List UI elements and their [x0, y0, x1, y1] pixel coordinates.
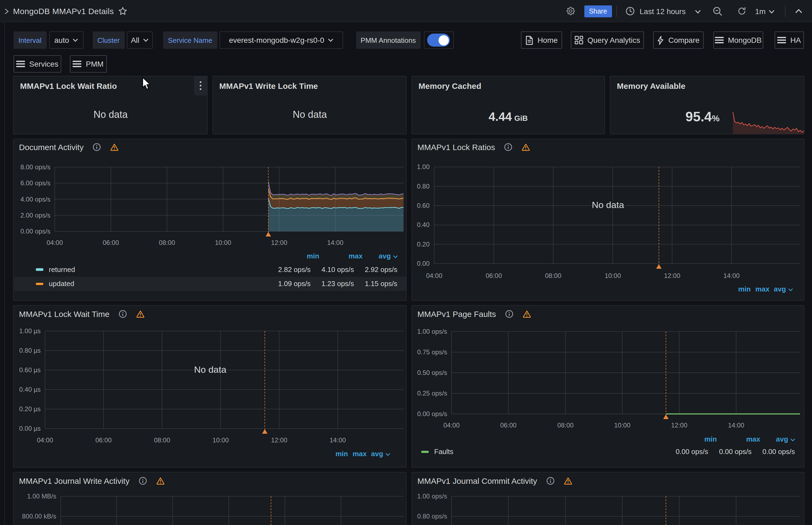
svg-text:0.60 µs: 0.60 µs	[19, 366, 41, 374]
svg-text:14:00: 14:00	[327, 239, 343, 246]
svg-text:10:00: 10:00	[605, 272, 621, 279]
svg-text:04:00: 04:00	[47, 239, 63, 246]
svg-text:12:00: 12:00	[271, 436, 287, 444]
svg-text:800.00 kB/s: 800.00 kB/s	[22, 512, 56, 520]
svg-text:6.00 ops/s: 6.00 ops/s	[20, 179, 50, 186]
svg-text:12:00: 12:00	[271, 239, 287, 246]
svg-text:08:00: 08:00	[545, 272, 561, 279]
svg-text:14:00: 14:00	[723, 272, 740, 279]
svg-text:0.80: 0.80	[417, 182, 430, 190]
svg-text:0.00 ops/s: 0.00 ops/s	[417, 410, 447, 418]
svg-text:8.00 ops/s: 8.00 ops/s	[20, 163, 50, 170]
svg-text:0.40 µs: 0.40 µs	[19, 386, 41, 393]
svg-text:0.25 ops/s: 0.25 ops/s	[417, 390, 447, 397]
svg-text:10:00: 10:00	[614, 421, 631, 429]
svg-text:14:00: 14:00	[728, 421, 744, 429]
svg-text:0.60: 0.60	[417, 201, 430, 209]
svg-text:12:00: 12:00	[664, 272, 680, 279]
svg-text:10:00: 10:00	[215, 239, 231, 246]
svg-text:1.00 ops/s: 1.00 ops/s	[417, 493, 447, 500]
svg-text:14:00: 14:00	[329, 436, 346, 444]
svg-text:0.75 ops/s: 0.75 ops/s	[417, 348, 447, 356]
svg-text:1.00 ops/s: 1.00 ops/s	[417, 328, 447, 335]
svg-text:06:00: 06:00	[95, 436, 112, 444]
svg-text:1.00: 1.00	[417, 163, 430, 170]
svg-text:06:00: 06:00	[486, 272, 502, 279]
svg-text:4.00 ops/s: 4.00 ops/s	[20, 195, 50, 202]
svg-text:0.00: 0.00	[417, 259, 430, 267]
svg-text:04:00: 04:00	[426, 272, 442, 279]
svg-text:0.80 ops/s: 0.80 ops/s	[417, 512, 447, 520]
svg-text:04:00: 04:00	[443, 421, 460, 429]
svg-text:08:00: 08:00	[557, 421, 574, 429]
svg-text:1.00 µs: 1.00 µs	[19, 327, 41, 334]
svg-text:0.50 ops/s: 0.50 ops/s	[417, 369, 447, 376]
svg-text:08:00: 08:00	[154, 436, 170, 444]
svg-text:10:00: 10:00	[212, 436, 229, 444]
svg-text:0.80 µs: 0.80 µs	[19, 347, 41, 354]
svg-text:2.00 ops/s: 2.00 ops/s	[20, 211, 50, 219]
svg-text:0.00 ops/s: 0.00 ops/s	[20, 227, 50, 235]
svg-text:06:00: 06:00	[500, 421, 517, 429]
svg-text:0.00 µs: 0.00 µs	[19, 425, 41, 432]
svg-text:1.00 MB/s: 1.00 MB/s	[27, 493, 56, 500]
svg-text:06:00: 06:00	[103, 239, 119, 246]
svg-text:0.40: 0.40	[417, 221, 430, 228]
svg-text:04:00: 04:00	[37, 436, 53, 444]
svg-text:0.20: 0.20	[417, 240, 430, 247]
svg-text:08:00: 08:00	[159, 239, 175, 246]
svg-text:0.20 µs: 0.20 µs	[19, 405, 41, 412]
svg-text:12:00: 12:00	[671, 421, 687, 429]
